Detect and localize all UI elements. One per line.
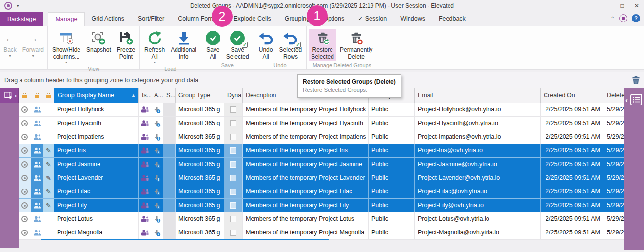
edit-icon: ✎ [46, 144, 51, 157]
snapshot-button[interactable]: Snapshot [84, 29, 114, 55]
back-button[interactable]: ← Back ▾ [1, 29, 19, 59]
description: Members of the temporary Project Magnoli… [243, 226, 369, 239]
lock-column-header-2[interactable] [31, 88, 43, 103]
collapse-ribbon-icon[interactable]: ⌃ [611, 16, 615, 21]
tab-check-icon: ✓ [358, 15, 363, 22]
download-info-icon [176, 30, 191, 46]
tab-windows[interactable]: Windows [393, 12, 432, 26]
table-row[interactable]: ✎ Project Iris i Microsoft 365 g Members… [19, 144, 624, 158]
close-button[interactable]: ✕ [629, 0, 644, 12]
svg-text:i: i [158, 150, 159, 154]
load-group-label: Load [142, 65, 199, 73]
column-header-group-display-name[interactable]: Group Display Name▲ [54, 88, 139, 103]
column-header-is[interactable]: Is... [139, 88, 151, 103]
teams-icon [141, 134, 149, 140]
table-row[interactable]: ✎ Project Lilac i Microsoft 365 g Member… [19, 185, 624, 199]
info-loaded-icon: i [153, 120, 161, 127]
row-state-icon [21, 216, 28, 222]
column-header-email[interactable]: Email [415, 88, 541, 103]
tab-backstage[interactable]: Backstage [0, 12, 43, 26]
dynamic-checkbox[interactable] [230, 175, 236, 181]
lock-column-header-3[interactable] [43, 88, 54, 103]
dynamic-checkbox[interactable] [230, 134, 236, 140]
view-group-label: View [50, 65, 137, 73]
selection-checkbox-badge-icon: ✓ [242, 42, 248, 48]
group-members-icon [33, 175, 41, 181]
load-group: Refresh All ▾ Additional Info Load [140, 26, 201, 69]
tab-explode-cells[interactable]: Explode Cells [227, 12, 277, 26]
column-header-created-on[interactable]: Created On [541, 88, 604, 103]
table-row[interactable]: ✎ Project Hollyhock i Microsoft 365 g Me… [19, 103, 624, 117]
permanently-delete-button[interactable]: Permanently Delete [337, 29, 375, 61]
help-icon[interactable]: ? [632, 14, 640, 22]
minimize-button[interactable]: – [600, 0, 615, 12]
tab-manage[interactable]: Manage [48, 12, 84, 26]
column-header-a[interactable]: A... [151, 88, 163, 103]
manage-deleted-groups-group: Restore Selected Permanently Delete Mana… [307, 26, 377, 69]
created-on: 2/25/2025 09:51 AM [541, 226, 604, 239]
created-on: 2/25/2025 09:51 AM [541, 185, 604, 198]
freeze-point-button[interactable]: Freeze Point [115, 29, 137, 61]
undo-all-button[interactable]: Undo All [256, 29, 276, 61]
show-hide-columns-button[interactable]: Show/Hide columns... ▾ [50, 29, 83, 65]
save-selected-button[interactable]: ✓ Save Selected [224, 29, 252, 61]
svg-text:i: i [158, 205, 159, 209]
table-row[interactable]: ✎ Project Lavender i Microsoft 365 g Mem… [19, 171, 624, 185]
group-type: Microsoft 365 g [176, 144, 224, 157]
deleted-on: 5/29/2 [604, 158, 624, 171]
dynamic-checkbox[interactable] [230, 202, 236, 209]
table-row[interactable]: ✎ Project Lotus i Microsoft 365 g Member… [19, 212, 624, 226]
additional-info-button[interactable]: Additional Info [168, 29, 199, 61]
email: Project-Lavender@ovh.ytria.io [415, 171, 541, 185]
lock-icon [35, 95, 39, 98]
privacy: Public [369, 130, 415, 144]
forward-button[interactable]: → Forward ▾ [20, 29, 46, 59]
restore-selected-button[interactable]: Restore Selected [309, 29, 336, 61]
dynamic-checkbox[interactable] [230, 147, 236, 154]
table-row[interactable]: ✎ Project Lily i Microsoft 365 g Members… [19, 199, 624, 212]
column-header-group-type[interactable]: Group Type [176, 88, 224, 103]
sort-ascending-icon: ▲ [131, 88, 136, 103]
dynamic-checkbox[interactable] [230, 106, 236, 113]
clear-grouping-trash-icon[interactable] [631, 75, 641, 87]
info-loaded-icon: i [153, 106, 161, 113]
column-header-s[interactable]: S... [163, 88, 176, 103]
teams-icon [141, 147, 149, 154]
table-row[interactable]: ✎ Project Hyacinth i Microsoft 365 g Mem… [19, 117, 624, 130]
column-header-deleted[interactable]: Deleted ( [604, 88, 624, 103]
dynamic-checkbox[interactable] [230, 189, 236, 195]
grid-tools-button[interactable]: › [0, 88, 19, 103]
maximize-button[interactable]: □ [615, 0, 629, 12]
save-all-button[interactable]: Save All [203, 29, 223, 61]
edit-icon: ✎ [46, 199, 51, 212]
teams-icon [141, 230, 149, 236]
description: Members of the temporary Project Hyacint… [243, 117, 369, 130]
info-loaded-icon: i [153, 147, 161, 154]
table-row[interactable]: ✎ Project Impatiens i Microsoft 365 g Me… [19, 130, 624, 144]
panel-collapse-chevron-icon[interactable]: ‹ [625, 96, 628, 104]
dynamic-checkbox[interactable] [230, 216, 236, 222]
info-loaded-icon: i [153, 161, 161, 168]
tab-feedback[interactable]: Feedback [432, 12, 472, 26]
right-side-panel[interactable]: ‹ [624, 88, 644, 250]
dynamic-checkbox[interactable] [230, 230, 236, 236]
description: Members of the temporary Project Jasmine [243, 158, 369, 171]
tab-grid-actions[interactable]: Grid Actions [85, 12, 131, 26]
column-header-dynamic[interactable]: Dyna... [224, 88, 243, 103]
view-group: Show/Hide columns... ▾ Snapshot Freeze P… [48, 26, 140, 69]
account-icon[interactable] [619, 14, 627, 22]
undo-selected-rows-button[interactable]: ✓ Selected Rows [277, 29, 305, 61]
table-row[interactable]: ✎ Project Magnolia i Microsoft 365 g Mem… [19, 226, 624, 240]
email: Project-Iris@ovh.ytria.io [415, 144, 541, 157]
dynamic-checkbox[interactable] [230, 161, 236, 168]
privacy: Public [369, 158, 415, 171]
refresh-all-button[interactable]: Refresh All ▾ [142, 29, 167, 65]
table-row[interactable]: ✎ Project Jasmine i Microsoft 365 g Memb… [19, 158, 624, 171]
description: Members of the temporary Project Lavende… [243, 171, 369, 185]
show-hide-caret-icon: ▾ [65, 61, 67, 64]
tab-session[interactable]: ✓Session [351, 12, 393, 26]
lock-column-header-1[interactable] [19, 88, 31, 103]
created-on: 2/25/2025 09:51 AM [541, 171, 604, 185]
tab-sort-filter[interactable]: Sort/Filter [131, 12, 171, 26]
dynamic-checkbox[interactable] [230, 120, 236, 126]
